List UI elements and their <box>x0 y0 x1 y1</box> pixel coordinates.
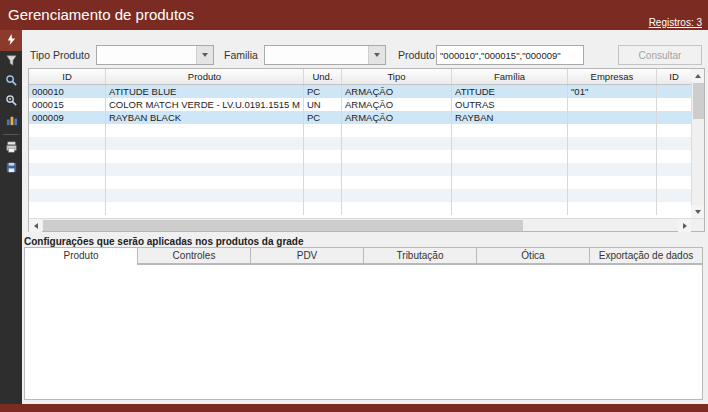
tab-tributacao[interactable]: Tributação <box>364 247 477 264</box>
search-detail-icon <box>5 94 18 109</box>
cell-familia: RAYBAN <box>452 111 568 124</box>
cell-empresas: "01" <box>568 85 657 98</box>
records-count-link[interactable]: Registros: 3 <box>649 17 702 28</box>
print-icon <box>5 141 18 156</box>
empty-row <box>29 189 691 202</box>
tab-pdv[interactable]: PDV <box>251 247 364 264</box>
scroll-down-icon[interactable] <box>691 205 704 218</box>
cell-familia: ATITUDE <box>452 85 568 98</box>
product-management-window: Gerenciamento de produtos Registros: 3 <box>0 0 708 412</box>
empty-row <box>29 124 691 137</box>
horizontal-scroll-thumb[interactable] <box>43 220 523 231</box>
cell-tipo: ARMAÇÃO <box>342 85 452 98</box>
cell-produto: COLOR MATCH VERDE - LV.U.0191.1515 M <box>106 98 304 111</box>
empty-row <box>29 202 691 215</box>
tipo-produto-combobox[interactable] <box>96 45 214 65</box>
config-tabstrip: Produto Controles PDV Tributação Ótica E… <box>24 247 703 264</box>
page-title: Gerenciamento de produtos <box>8 0 194 30</box>
chevron-down-icon[interactable] <box>368 46 385 64</box>
cell-familia: OUTRAS <box>452 98 568 111</box>
search-detail-button[interactable] <box>0 91 22 111</box>
bottom-strip <box>0 404 708 412</box>
produto-label: Produto <box>398 45 435 65</box>
cell-id2 <box>657 85 691 98</box>
tab-otica[interactable]: Ótica <box>477 247 590 264</box>
consultar-button[interactable]: Consultar <box>618 45 702 65</box>
column-header-produto[interactable]: Produto <box>106 69 304 84</box>
tab-produto[interactable]: Produto <box>24 247 138 265</box>
column-header-empresas[interactable]: Empresas <box>568 69 657 84</box>
table-row[interactable]: 000010 ATITUDE BLUE PC ARMAÇÃO ATITUDE "… <box>29 85 691 98</box>
report-button[interactable] <box>0 111 22 131</box>
vertical-scroll-thumb[interactable] <box>693 83 704 119</box>
column-header-id2[interactable]: ID <box>657 69 691 84</box>
scroll-right-icon[interactable] <box>678 219 691 232</box>
lightning-button[interactable] <box>0 30 22 51</box>
cell-produto: ATITUDE BLUE <box>106 85 304 98</box>
lightning-icon <box>5 33 18 48</box>
save-button[interactable] <box>0 158 22 178</box>
save-icon <box>5 161 18 176</box>
grid-header-row: ID Produto Und. Tipo Família Empresas ID <box>29 69 691 85</box>
scroll-up-icon[interactable] <box>691 69 704 82</box>
cell-produto: RAYBAN BLACK <box>106 111 304 124</box>
familia-label: Familia <box>224 45 258 65</box>
toolbar-separator <box>3 134 19 135</box>
table-row[interactable]: 000015 COLOR MATCH VERDE - LV.U.0191.151… <box>29 98 691 111</box>
cell-und: UN <box>304 98 342 111</box>
tab-page-produto <box>24 264 703 400</box>
cell-id: 000009 <box>29 111 106 124</box>
column-header-tipo[interactable]: Tipo <box>342 69 452 84</box>
chevron-down-icon[interactable] <box>196 46 213 64</box>
search-icon <box>5 74 18 89</box>
cell-id2 <box>657 98 691 111</box>
products-grid: ID Produto Und. Tipo Família Empresas ID… <box>28 68 705 232</box>
cell-id: 000010 <box>29 85 106 98</box>
table-row[interactable]: 000009 RAYBAN BLACK PC ARMAÇÃO RAYBAN <box>29 111 691 124</box>
tab-controles[interactable]: Controles <box>138 247 251 264</box>
cell-tipo: ARMAÇÃO <box>342 98 452 111</box>
column-header-und[interactable]: Und. <box>304 69 342 84</box>
tab-exportacao[interactable]: Exportação de dados <box>590 247 703 264</box>
horizontal-scrollbar[interactable] <box>29 218 704 231</box>
vertical-scrollbar[interactable] <box>691 69 704 218</box>
cell-tipo: ARMAÇÃO <box>342 111 452 124</box>
empty-row <box>29 163 691 176</box>
titlebar: Gerenciamento de produtos Registros: 3 <box>0 0 708 30</box>
empty-row <box>29 176 691 189</box>
filter-button[interactable] <box>0 51 22 71</box>
column-header-id[interactable]: ID <box>29 69 106 84</box>
column-header-familia[interactable]: Família <box>452 69 568 84</box>
empty-row <box>29 150 691 163</box>
tipo-produto-label: Tipo Produto <box>30 45 90 65</box>
cell-id: 000015 <box>29 98 106 111</box>
config-section-title: Configurações que serão aplicadas nos pr… <box>24 236 304 247</box>
filter-icon <box>5 54 18 69</box>
cell-id2 <box>657 111 691 124</box>
empty-row <box>29 137 691 150</box>
cell-und: PC <box>304 111 342 124</box>
cell-empresas <box>568 98 657 111</box>
print-button[interactable] <box>0 138 22 158</box>
report-icon <box>5 114 18 129</box>
cell-und: PC <box>304 85 342 98</box>
scroll-left-icon[interactable] <box>29 219 42 232</box>
left-toolbar <box>0 30 22 404</box>
search-button[interactable] <box>0 71 22 91</box>
produto-input[interactable] <box>436 45 584 65</box>
grid-viewport: ID Produto Und. Tipo Família Empresas ID… <box>29 69 691 218</box>
familia-combobox[interactable] <box>264 45 386 65</box>
cell-empresas <box>568 111 657 124</box>
